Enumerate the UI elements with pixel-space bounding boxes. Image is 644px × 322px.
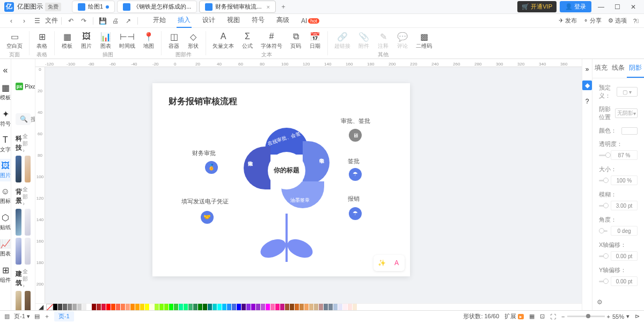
ribbon-hyperlink[interactable]: 🔗超链接	[331, 30, 354, 51]
redo-button[interactable]: ↷	[78, 15, 90, 27]
ribbon-image[interactable]: 🖼图片	[77, 30, 96, 51]
color-swatch[interactable]	[343, 304, 347, 310]
page-tab[interactable]: 页-1	[54, 311, 74, 321]
color-swatch[interactable]	[222, 304, 226, 310]
file-tab-active[interactable]: 财务报销审核流...×	[199, 1, 276, 13]
color-swatch[interactable]	[53, 304, 57, 310]
size-value[interactable]: 100 %	[611, 175, 638, 185]
menu-tab-advanced[interactable]: 高级	[275, 13, 290, 28]
color-swatch[interactable]	[92, 304, 96, 310]
publish-button[interactable]: ✈ 发布	[559, 17, 577, 25]
color-swatch[interactable]	[275, 304, 280, 310]
preset-select[interactable]: ▢ ▾	[617, 87, 638, 97]
color-swatch[interactable]	[126, 304, 130, 310]
zoom-out-button[interactable]: −	[561, 313, 565, 320]
ribbon-table[interactable]: ⊞表格	[33, 30, 51, 51]
color-swatch[interactable]	[270, 304, 275, 310]
color-swatch[interactable]	[193, 304, 197, 310]
angle-slider[interactable]	[599, 230, 608, 232]
rail-sticker[interactable]: ⬡贴纸	[0, 210, 11, 233]
pages-dropdown-icon[interactable]: ▥	[4, 313, 10, 320]
yoffset-value[interactable]: 0.00 pt	[611, 276, 638, 286]
export-button[interactable]: ↗	[122, 15, 134, 27]
add-page-button[interactable]: ＋	[44, 312, 50, 320]
color-swatch[interactable]	[261, 304, 265, 310]
menu-tab-insert[interactable]: 插入	[177, 13, 192, 28]
color-swatch[interactable]	[159, 304, 164, 310]
color-swatch[interactable]	[58, 304, 62, 310]
color-swatch[interactable]	[314, 304, 318, 310]
xoffset-slider[interactable]	[599, 255, 608, 257]
ribbon-formula[interactable]: Σ公式	[238, 30, 257, 51]
back-button[interactable]: ‹	[5, 15, 17, 27]
zoom-in-button[interactable]: +	[607, 313, 610, 320]
color-swatch[interactable]	[241, 304, 246, 310]
menu-icon[interactable]: ☰	[31, 15, 43, 27]
color-swatch[interactable]	[621, 127, 638, 135]
color-swatch[interactable]	[328, 304, 333, 310]
ribbon-attachment[interactable]: 📎附件	[355, 30, 373, 51]
new-tab-button[interactable]: ＋	[278, 2, 289, 12]
menu-tab-symbol[interactable]: 符号	[251, 13, 266, 28]
save-button[interactable]: 💾	[97, 15, 108, 27]
image-thumb[interactable]	[16, 209, 21, 236]
color-swatch[interactable]	[246, 304, 251, 310]
color-swatch[interactable]	[111, 304, 115, 310]
minimize-button[interactable]: —	[595, 2, 608, 12]
ribbon-blank-page[interactable]: ▭空白页	[3, 30, 26, 51]
menu-tab-view[interactable]: 视图	[226, 13, 241, 28]
rail-chart[interactable]: 📈图表	[0, 237, 11, 260]
ribbon-comment[interactable]: 💬评论	[393, 30, 412, 51]
shadow-pos-select[interactable]: 无阴影 ▾	[615, 108, 638, 118]
expand-right-button[interactable]: »	[582, 64, 592, 74]
canvas[interactable]: 财务报销审核流程 在线审批、会签 电子印章 大数、油墨签章 人物审批 你的标题	[45, 67, 582, 303]
color-swatch[interactable]	[179, 304, 183, 310]
help-button[interactable]: ?⃝	[633, 18, 639, 24]
color-swatch[interactable]	[106, 304, 111, 310]
rp-tab-fill[interactable]: 填充	[592, 59, 610, 78]
vip-button[interactable]: 🛒 开通VIP	[517, 1, 557, 12]
color-swatch[interactable]	[237, 304, 241, 310]
yoffset-slider[interactable]	[599, 281, 608, 282]
pixabay-source[interactable]: pxPixabay®	[16, 83, 35, 90]
color-swatch[interactable]	[203, 304, 207, 310]
menu-tab-design[interactable]: 设计	[201, 13, 216, 28]
page[interactable]: 财务报销审核流程 在线审批、会签 电子印章 大数、油墨签章 人物审批 你的标题	[152, 83, 410, 276]
color-swatch[interactable]	[87, 304, 91, 310]
ribbon-qrcode[interactable]: ▩二维码	[413, 30, 435, 51]
color-swatch[interactable]	[324, 304, 328, 310]
presentation-icon[interactable]: ⊳	[635, 313, 640, 320]
color-swatch[interactable]	[256, 304, 260, 310]
eyedropper-icon[interactable]: ◢	[39, 303, 43, 310]
color-swatch[interactable]	[101, 304, 106, 310]
close-icon[interactable]: ×	[266, 4, 269, 10]
color-swatch[interactable]	[295, 304, 299, 310]
color-swatch[interactable]	[338, 304, 342, 310]
color-swatch[interactable]	[217, 304, 222, 310]
menu-tab-start[interactable]: 开始	[152, 13, 167, 28]
rail-icon[interactable]: ☺图标	[0, 185, 11, 207]
image-thumb[interactable]	[25, 209, 31, 236]
fullscreen-icon[interactable]: ⛶	[550, 313, 556, 320]
rp-tab-line[interactable]: 线条	[610, 59, 627, 78]
center-circle[interactable]: 你的标题	[268, 152, 305, 189]
share-button[interactable]: ⚬ 分享	[583, 17, 602, 25]
search-input[interactable]	[31, 116, 35, 122]
color-swatch[interactable]	[188, 304, 193, 310]
color-swatch[interactable]	[266, 304, 270, 310]
xoffset-value[interactable]: 0.00 pt	[611, 251, 638, 261]
color-swatch[interactable]	[333, 304, 338, 310]
ribbon-shape[interactable]: ◇形状	[184, 30, 202, 51]
color-swatch[interactable]	[140, 304, 144, 310]
view-all-button[interactable]: 全部 ›	[23, 268, 31, 289]
color-swatch[interactable]	[290, 304, 294, 310]
file-tab[interactable]: 《钢铁是怎样炼成的...	[117, 1, 197, 13]
maximize-button[interactable]: ☐	[611, 2, 624, 12]
rp-tab-shadow[interactable]: 阴影	[627, 59, 644, 78]
layers-icon[interactable]: ▦	[529, 313, 535, 320]
color-swatch[interactable]	[280, 304, 284, 310]
ring-segment[interactable]	[303, 141, 330, 184]
file-tab[interactable]: 绘图1	[72, 1, 115, 13]
ribbon-pagenum[interactable]: ⧉页码	[287, 30, 305, 51]
ribbon-date[interactable]: 📅日期	[306, 30, 324, 51]
